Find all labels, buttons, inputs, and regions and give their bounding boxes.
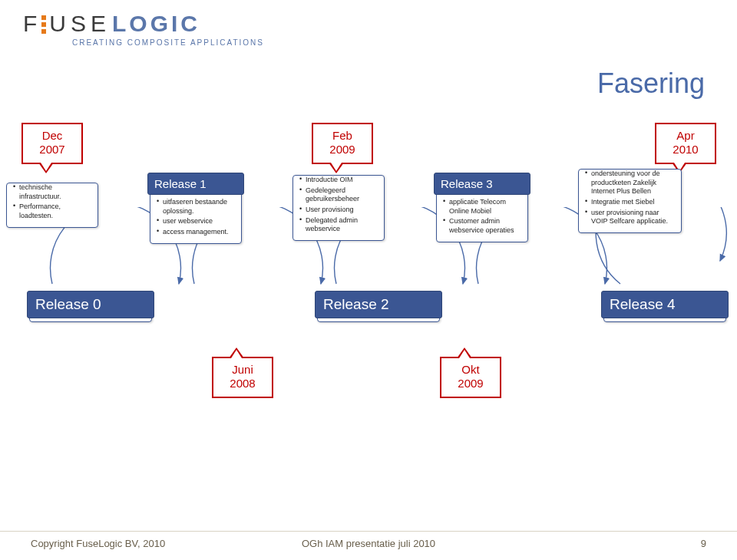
stage-r4-label: Release 4	[603, 293, 726, 322]
stage-title: Release 2	[315, 291, 442, 318]
stage-item: Customer admin webservice operaties	[443, 217, 521, 235]
stage-title: Release 1	[147, 173, 244, 195]
logo: F USE LOGIC CREATING COMPOSITE APPLICATI…	[23, 11, 264, 47]
callout-okt-2009: Okt 2009	[440, 357, 501, 398]
callout-line1: Apr	[661, 129, 710, 143]
logo-dots-icon	[41, 15, 46, 34]
stage-item: Introductie OIM	[299, 176, 378, 185]
logo-fuse: F USE	[23, 11, 111, 37]
callout-line2: 2008	[218, 377, 267, 390]
stage-item: access management.	[157, 228, 235, 237]
callout-line2: 2009	[446, 377, 495, 390]
slide: F USE LOGIC CREATING COMPOSITE APPLICATI…	[0, 0, 737, 560]
stage-item: Performance, loadtesten.	[13, 203, 91, 220]
callout-line2: 2009	[318, 143, 367, 156]
stage-item: user webservice	[157, 217, 235, 226]
stage-item: Delegated admin webservice	[299, 216, 378, 234]
stage-r0-label: Release 0	[29, 293, 152, 322]
stage-items: Introductie OIM Gedelegeerd gebruikersbe…	[296, 176, 381, 234]
stage-items: technische infrastructuur. Performance, …	[10, 183, 94, 221]
footer: Copyright FuseLogic BV, 2010 OGh IAM pre…	[0, 531, 737, 560]
stage-item: ondersteuning voor de productketen Zakel…	[585, 170, 675, 196]
stage-item: user provisioning naar VOIP Selfcare app…	[585, 209, 675, 226]
phasing-diagram: Dec 2007 Feb 2009 Apr 2010 technische in…	[6, 130, 731, 460]
callout-line1: Okt	[446, 363, 495, 377]
stage-r1: Release 1 uitfaseren bestaande oplossing…	[150, 175, 242, 244]
stage-item: technische infrastructuur.	[13, 183, 91, 201]
callout-line1: Feb	[318, 129, 367, 143]
stage-item: Gedelegeerd gebruikersbeheer	[299, 186, 378, 204]
stage-title: Release 4	[601, 291, 729, 318]
callout-dec-2007: Dec 2007	[21, 123, 83, 164]
stage-r0-details: technische infrastructuur. Performance, …	[6, 183, 98, 228]
stage-title: Release 3	[434, 173, 530, 195]
footer-presentation-title: OGh IAM presentatie juli 2010	[302, 538, 435, 549]
logo-tagline: CREATING COMPOSITE APPLICATIONS	[72, 38, 264, 47]
stage-r2-details: Introductie OIM Gedelegeerd gebruikersbe…	[292, 175, 385, 241]
stage-title: Release 0	[27, 291, 154, 318]
stage-items: ondersteuning voor de productketen Zakel…	[582, 170, 678, 226]
callout-feb-2009: Feb 2009	[312, 123, 373, 164]
stage-item: User provisiong	[299, 206, 378, 215]
footer-copyright: Copyright FuseLogic BV, 2010	[31, 538, 165, 549]
stage-items: uitfaseren bestaande oplossing. user web…	[154, 198, 238, 237]
footer-page-number: 9	[701, 538, 706, 549]
stage-r2-label: Release 2	[317, 293, 440, 322]
stage-items: applicatie Telecom Online Mobiel Custome…	[440, 198, 524, 236]
stage-item: uitfaseren bestaande oplossing.	[157, 198, 235, 216]
stage-r3: Release 3 applicatie Telecom Online Mobi…	[436, 175, 528, 242]
page-title: Fasering	[597, 68, 705, 100]
callout-juni-2008: Juni 2008	[212, 357, 273, 398]
callout-apr-2010: Apr 2010	[655, 123, 716, 164]
stage-item: applicatie Telecom Online Mobiel	[443, 198, 521, 216]
stage-r4-details: ondersteuning voor de productketen Zakel…	[578, 169, 682, 233]
callout-line2: 2007	[28, 143, 77, 156]
stage-item: Integratie met Siebel	[585, 198, 675, 207]
callout-line1: Juni	[218, 363, 267, 377]
logo-logic: LOGIC	[112, 11, 200, 37]
callout-line2: 2010	[661, 143, 710, 156]
callout-line1: Dec	[28, 129, 77, 143]
